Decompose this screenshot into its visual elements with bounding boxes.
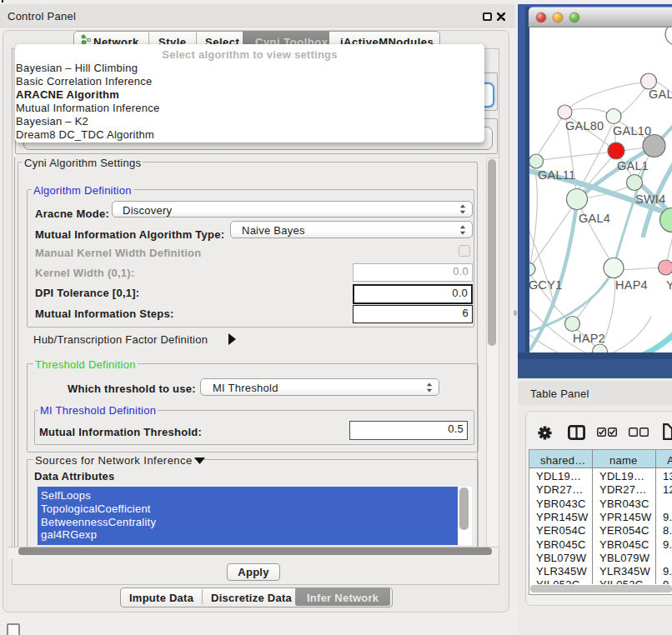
svg-text:GAL80: GAL80 bbox=[565, 119, 604, 132]
svg-text:SWI4: SWI4 bbox=[635, 192, 665, 206]
svg-text:HAP2: HAP2 bbox=[573, 332, 605, 345]
svg-text:GAL11: GAL11 bbox=[538, 168, 575, 182]
svg-text:Y: Y bbox=[666, 278, 672, 292]
svg-text:GCY1: GCY1 bbox=[529, 278, 563, 292]
svg-text:GAL4: GAL4 bbox=[579, 212, 610, 225]
svg-text:GAL10: GAL10 bbox=[613, 124, 651, 138]
svg-text:HAP4: HAP4 bbox=[615, 278, 648, 292]
svg-text:GAL7: GAL7 bbox=[649, 88, 672, 101]
svg-text:GAL1: GAL1 bbox=[617, 159, 649, 172]
